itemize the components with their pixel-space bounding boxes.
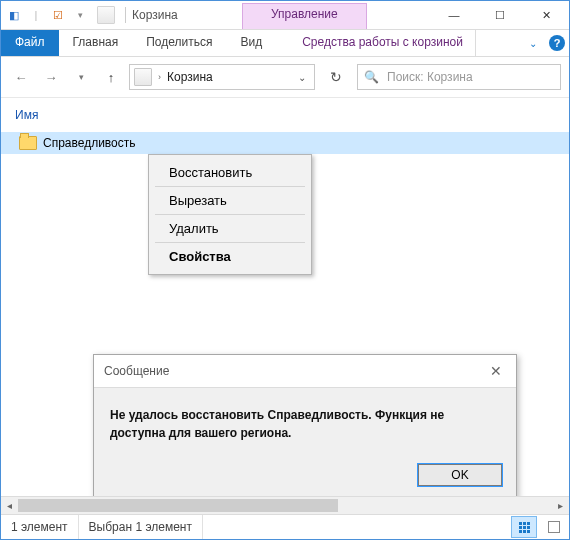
properties-qat-icon[interactable]: ◧	[5, 6, 23, 24]
tab-home[interactable]: Главная	[59, 30, 133, 56]
message-dialog: Сообщение ✕ Не удалось восстановить Спра…	[93, 354, 517, 496]
recent-locations-icon[interactable]: ▾	[69, 65, 93, 89]
details-view-icon	[519, 522, 530, 533]
tab-view[interactable]: Вид	[226, 30, 276, 56]
ribbon-tabs: Файл Главная Поделиться Вид Средства раб…	[1, 30, 569, 57]
qat-overflow-icon[interactable]: ▾	[71, 6, 89, 24]
up-button[interactable]: ↑	[99, 65, 123, 89]
tab-share[interactable]: Поделиться	[132, 30, 226, 56]
tab-file[interactable]: Файл	[1, 30, 59, 56]
address-bar[interactable]: › Корзина ⌄	[129, 64, 315, 90]
large-icons-view-icon	[548, 521, 560, 533]
dialog-titlebar: Сообщение ✕	[94, 355, 516, 387]
ctx-delete[interactable]: Удалить	[155, 215, 305, 243]
file-list-area: Имя Справедливость Восстановить Вырезать…	[1, 98, 569, 496]
contextual-tab-header[interactable]: Управление	[242, 3, 367, 29]
close-button[interactable]: ✕	[523, 1, 569, 29]
file-name: Справедливость	[43, 136, 136, 150]
view-large-icons-button[interactable]	[541, 516, 567, 538]
list-item[interactable]: Справедливость	[1, 132, 569, 154]
ctx-cut[interactable]: Вырезать	[155, 187, 305, 215]
search-icon: 🔍	[364, 70, 379, 84]
window-controls: — ☐ ✕	[431, 1, 569, 29]
titlebar-separator	[125, 7, 126, 23]
folder-icon	[19, 136, 37, 150]
chevron-right-icon[interactable]: ›	[158, 72, 161, 82]
dialog-body-text: Не удалось восстановить Справедливость. …	[94, 387, 516, 454]
select-qat-icon[interactable]: ☑	[49, 6, 67, 24]
forward-button[interactable]: →	[39, 65, 63, 89]
window-title: Корзина	[132, 8, 178, 22]
refresh-button[interactable]: ↻	[321, 63, 351, 91]
dialog-close-button[interactable]: ✕	[486, 363, 506, 379]
minimize-button[interactable]: —	[431, 1, 477, 29]
tab-recycle-tools[interactable]: Средства работы с корзиной	[290, 30, 476, 56]
search-input[interactable]	[385, 69, 554, 85]
ctx-properties[interactable]: Свойства	[155, 243, 305, 270]
help-button[interactable]: ?	[545, 30, 569, 56]
horizontal-scrollbar[interactable]: ◂ ▸	[1, 496, 569, 514]
context-menu: Восстановить Вырезать Удалить Свойства	[148, 154, 312, 275]
back-button[interactable]: ←	[9, 65, 33, 89]
help-icon: ?	[549, 35, 565, 51]
view-details-button[interactable]	[511, 516, 537, 538]
column-header-name[interactable]: Имя	[15, 108, 38, 122]
titlebar: ◧ | ☑ ▾ Корзина Управление — ☐ ✕	[1, 1, 569, 30]
recycle-bin-icon	[97, 6, 115, 24]
status-bar: 1 элемент Выбран 1 элемент	[1, 514, 569, 539]
maximize-button[interactable]: ☐	[477, 1, 523, 29]
quick-access-toolbar: ◧ | ☑ ▾	[1, 6, 93, 24]
explorer-window: ◧ | ☑ ▾ Корзина Управление — ☐ ✕ Файл Гл…	[0, 0, 570, 540]
status-selection: Выбран 1 элемент	[79, 515, 203, 539]
scroll-left-icon[interactable]: ◂	[1, 497, 18, 514]
address-history-icon[interactable]: ⌄	[298, 72, 306, 83]
search-box[interactable]: 🔍	[357, 64, 561, 90]
status-item-count: 1 элемент	[1, 515, 79, 539]
qat-divider: |	[27, 6, 45, 24]
scroll-track[interactable]	[18, 497, 552, 514]
dialog-ok-button[interactable]: OK	[418, 464, 502, 486]
dialog-actions: OK	[94, 454, 516, 496]
location-recycle-icon	[134, 68, 152, 86]
breadcrumb-current[interactable]: Корзина	[167, 70, 213, 84]
dialog-title-text: Сообщение	[104, 364, 169, 378]
scroll-right-icon[interactable]: ▸	[552, 497, 569, 514]
ctx-restore[interactable]: Восстановить	[155, 159, 305, 187]
scroll-thumb[interactable]	[18, 499, 338, 512]
navigation-bar: ← → ▾ ↑ › Корзина ⌄ ↻ 🔍	[1, 57, 569, 98]
expand-ribbon-icon[interactable]: ⌄	[521, 30, 545, 56]
